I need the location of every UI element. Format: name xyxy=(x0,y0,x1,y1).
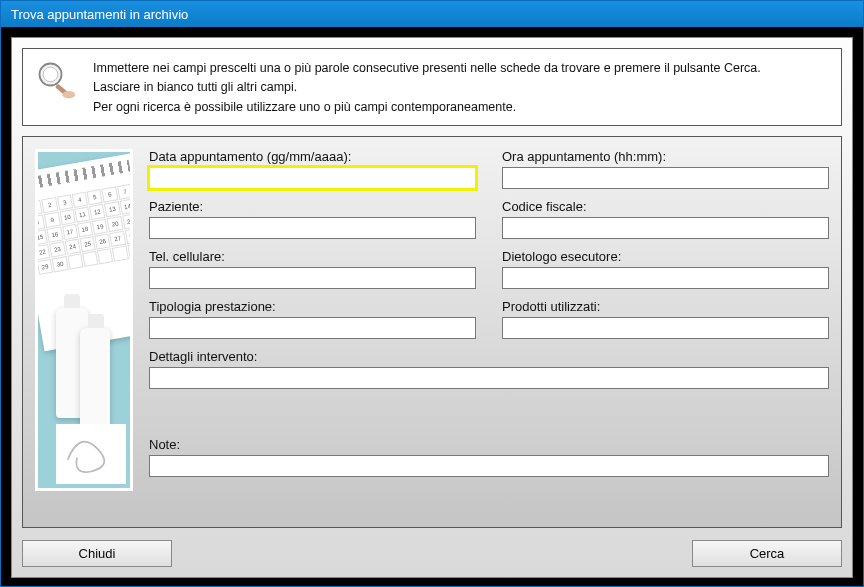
form-area: 1234567 891011121314 15161718192021 2223… xyxy=(22,136,842,528)
help-box: Immettere nei campi prescelti una o più … xyxy=(22,48,842,126)
svg-point-1 xyxy=(43,67,58,82)
label-tel-cellulare: Tel. cellulare: xyxy=(149,249,476,264)
search-button[interactable]: Cerca xyxy=(692,540,842,567)
titlebar: Trova appuntamenti in archivio xyxy=(1,1,863,27)
help-text: Immettere nei campi prescelti una o più … xyxy=(93,57,761,117)
label-dietologo: Dietologo esecutore: xyxy=(502,249,829,264)
client-area: Immettere nei campi prescelti una o più … xyxy=(1,27,863,586)
window-title: Trova appuntamenti in archivio xyxy=(11,7,188,22)
fields: Data appuntamento (gg/mm/aaaa): Ora appu… xyxy=(149,149,829,515)
label-ora-appuntamento: Ora appuntamento (hh:mm): xyxy=(502,149,829,164)
close-button[interactable]: Chiudi xyxy=(22,540,172,567)
label-codice-fiscale: Codice fiscale: xyxy=(502,199,829,214)
input-dietologo[interactable] xyxy=(502,267,829,289)
decorative-image: 1234567 891011121314 15161718192021 2223… xyxy=(35,149,133,491)
input-paziente[interactable] xyxy=(149,217,476,239)
input-ora-appuntamento[interactable] xyxy=(502,167,829,189)
input-dettagli[interactable] xyxy=(149,367,829,389)
help-line-1: Immettere nei campi prescelti una o più … xyxy=(93,59,761,78)
label-note: Note: xyxy=(149,437,829,452)
inner-panel: Immettere nei campi prescelti una o più … xyxy=(11,37,853,578)
label-paziente: Paziente: xyxy=(149,199,476,214)
label-prodotti: Prodotti utilizzati: xyxy=(502,299,829,314)
help-line-3: Per ogni ricerca è possibile utilizzare … xyxy=(93,98,761,117)
input-tel-cellulare[interactable] xyxy=(149,267,476,289)
input-prodotti[interactable] xyxy=(502,317,829,339)
label-dettagli: Dettagli intervento: xyxy=(149,349,829,364)
input-tipologia[interactable] xyxy=(149,317,476,339)
input-note[interactable] xyxy=(149,455,829,477)
label-data-appuntamento: Data appuntamento (gg/mm/aaaa): xyxy=(149,149,476,164)
input-data-appuntamento[interactable] xyxy=(149,167,476,189)
input-codice-fiscale[interactable] xyxy=(502,217,829,239)
dialog-window: Trova appuntamenti in archivio Immettere… xyxy=(0,0,864,587)
label-tipologia: Tipologia prestazione: xyxy=(149,299,476,314)
button-row: Chiudi Cerca xyxy=(22,538,842,567)
help-line-2: Lasciare in bianco tutti gli altri campi… xyxy=(93,78,761,97)
magnifier-icon xyxy=(33,57,79,103)
svg-point-3 xyxy=(62,91,75,98)
